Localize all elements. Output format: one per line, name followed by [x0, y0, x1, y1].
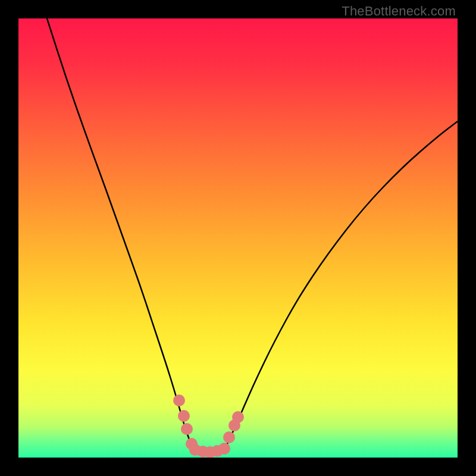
chart-frame: TheBottleneck.com — [0, 0, 476, 476]
watermark-text: TheBottleneck.com — [342, 4, 456, 19]
right-curve — [224, 121, 458, 450]
marker-dot — [181, 423, 193, 435]
left-curve — [47, 18, 193, 450]
marker-dot — [218, 443, 230, 455]
marker-dot — [223, 431, 235, 443]
marker-dot — [178, 410, 190, 422]
marker-group — [173, 394, 244, 458]
curve-layer — [18, 18, 458, 458]
plot-area — [18, 18, 458, 458]
marker-dot — [232, 411, 244, 423]
marker-dot — [173, 394, 185, 406]
